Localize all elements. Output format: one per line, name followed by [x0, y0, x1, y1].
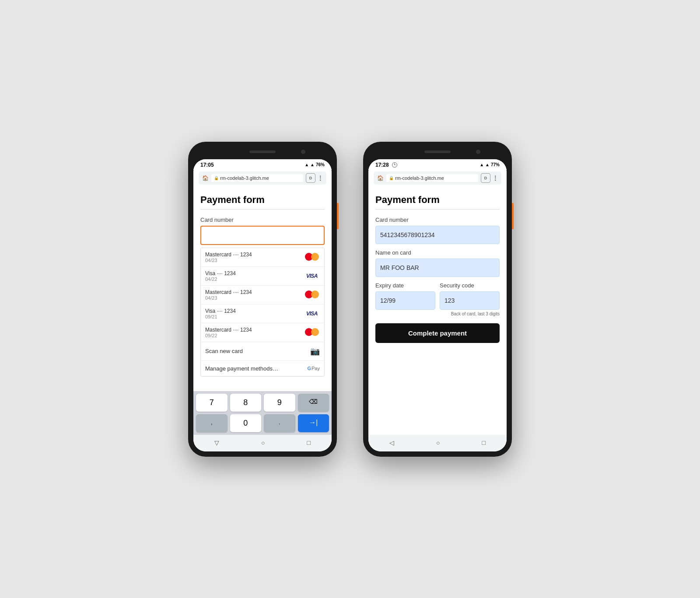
scan-new-card-row[interactable]: Scan new card 📷 — [201, 342, 324, 361]
key-0[interactable]: 0 — [230, 414, 262, 432]
card-expiry-2: 04/22 — [205, 276, 304, 282]
card-name-2: Visa ···· 1234 — [205, 270, 304, 276]
key-backspace[interactable]: ⌫ — [298, 394, 329, 412]
right-side-button — [512, 203, 514, 229]
card-name-3: Mastercard ···· 1234 — [205, 289, 304, 295]
visa-logo-2: VISA — [304, 309, 320, 318]
right-phone: 17:28 ▲ ▲ 77% 🏠 🔒 rm-codelab-3.glitch.me… — [363, 142, 512, 457]
right-more-menu-button[interactable]: ⋮ — [492, 175, 498, 182]
key-8[interactable]: 8 — [230, 394, 262, 412]
card-number-field[interactable]: 5412345678901234 — [375, 226, 500, 244]
card-expiry-4: 09/21 — [205, 314, 304, 319]
speaker — [249, 150, 276, 153]
right-status-icons: ▲ ▲ 77% — [480, 162, 500, 167]
scan-new-card-label: Scan new card — [205, 348, 310, 354]
card-number-label: Card number — [200, 217, 325, 223]
autocomplete-item-5[interactable]: Mastercard ···· 1234 09/22 — [201, 323, 324, 342]
key-9[interactable]: 9 — [264, 394, 295, 412]
manage-payment-row[interactable]: Manage payment methods… G Pay — [201, 361, 324, 376]
right-nav-back-button[interactable]: ◁ — [381, 438, 403, 447]
right-title-divider — [375, 209, 500, 210]
key-7[interactable]: 7 — [196, 394, 228, 412]
card-number-input[interactable] — [200, 226, 325, 245]
phone-top — [193, 147, 332, 159]
name-on-card-field[interactable]: MR FOO BAR — [375, 259, 500, 277]
side-button — [337, 203, 339, 229]
expiry-label: Expiry date — [375, 282, 435, 289]
right-url-bar[interactable]: 🔒 rm-codelab-3.glitch.me — [386, 174, 478, 182]
mastercard-logo-3 — [304, 328, 320, 337]
right-signal-icon: ▲ — [480, 162, 484, 167]
autocomplete-item-1[interactable]: Mastercard ···· 1234 04/23 — [201, 248, 324, 267]
signal-icon: ▲ — [304, 162, 309, 167]
key-comma[interactable]: , — [196, 414, 228, 432]
card-info-5: Mastercard ···· 1234 09/22 — [205, 327, 304, 338]
autocomplete-item-3[interactable]: Mastercard ···· 1234 04/23 — [201, 286, 324, 304]
camera — [301, 150, 305, 154]
url-bar[interactable]: 🔒 rm-codelab-3.glitch.me — [211, 174, 303, 182]
status-bar: 17:05 ▲ ▲ 76% — [193, 159, 332, 170]
expiry-security-row: Expiry date 12/99 Security code 123 — [375, 282, 500, 310]
security-column: Security code 123 — [440, 282, 500, 310]
navigation-bar: ▽ ○ □ — [193, 435, 332, 451]
autocomplete-dropdown: Mastercard ···· 1234 04/23 Visa ···· 123… — [200, 248, 325, 377]
card-expiry-5: 09/22 — [205, 333, 304, 338]
right-lock-icon: 🔒 — [389, 176, 394, 180]
card-info-1: Mastercard ···· 1234 04/23 — [205, 252, 304, 263]
autocomplete-item-2[interactable]: Visa ···· 1234 04/22 VISA — [201, 267, 324, 286]
home-icon[interactable]: 🏠 — [202, 175, 209, 181]
right-card-number-label: Card number — [375, 217, 500, 223]
expiry-value: 12/99 — [380, 297, 396, 304]
status-time: 17:05 — [200, 162, 214, 168]
right-battery-indicator: 77% — [491, 162, 500, 167]
right-nav-home-button[interactable]: ○ — [427, 438, 448, 447]
security-label: Security code — [440, 282, 500, 289]
complete-payment-button[interactable]: Complete payment — [375, 323, 500, 343]
nav-home-button[interactable]: ○ — [252, 438, 273, 447]
right-speaker — [424, 150, 451, 153]
right-browser-bar[interactable]: 🏠 🔒 rm-codelab-3.glitch.me D ⋮ — [374, 171, 501, 185]
url-text: rm-codelab-3.glitch.me — [220, 175, 269, 181]
keyboard-row-1: 7 8 9 ⌫ — [196, 394, 329, 412]
card-info-4: Visa ···· 1234 09/21 — [205, 308, 304, 319]
card-name-4: Visa ···· 1234 — [205, 308, 304, 314]
left-page-content: Payment form Card number Mastercard ····… — [193, 187, 332, 391]
manage-payment-label: Manage payment methods… — [205, 365, 307, 372]
page-title: Payment form — [200, 194, 325, 206]
right-status-time: 17:28 — [375, 162, 389, 168]
right-page-content: Payment form Card number 541234567890123… — [368, 187, 507, 435]
left-phone: 17:05 ▲ ▲ 76% 🏠 🔒 rm-codelab-3.glitch.me… — [188, 142, 337, 457]
tab-icon[interactable]: D — [306, 173, 315, 183]
mastercard-logo-2 — [304, 290, 320, 300]
autocomplete-item-4[interactable]: Visa ···· 1234 09/21 VISA — [201, 304, 324, 323]
right-url-text: rm-codelab-3.glitch.me — [395, 175, 444, 181]
wifi-icon: ▲ — [310, 162, 315, 167]
name-on-card-label: Name on card — [375, 249, 500, 256]
right-phone-screen: 17:28 ▲ ▲ 77% 🏠 🔒 rm-codelab-3.glitch.me… — [368, 159, 507, 451]
expiry-column: Expiry date 12/99 — [375, 282, 435, 310]
right-home-icon[interactable]: 🏠 — [377, 175, 384, 181]
numeric-keyboard: 7 8 9 ⌫ , 0 . →| — [193, 391, 332, 435]
more-menu-button[interactable]: ⋮ — [317, 175, 323, 182]
right-nav-recent-button[interactable]: □ — [473, 438, 494, 447]
visa-logo-1: VISA — [304, 271, 320, 281]
browser-area: 🏠 🔒 rm-codelab-3.glitch.me D ⋮ — [193, 170, 332, 187]
key-next[interactable]: →| — [298, 414, 329, 432]
status-icons: ▲ ▲ 76% — [304, 162, 325, 167]
key-period[interactable]: . — [264, 414, 295, 432]
card-name-5: Mastercard ···· 1234 — [205, 327, 304, 333]
google-pay-logo: G Pay — [307, 366, 320, 371]
card-info-2: Visa ···· 1234 04/22 — [205, 270, 304, 282]
nav-recent-button[interactable]: □ — [298, 438, 319, 447]
browser-bar[interactable]: 🏠 🔒 rm-codelab-3.glitch.me D ⋮ — [199, 171, 326, 185]
nav-back-button[interactable]: ▽ — [206, 438, 228, 447]
right-navigation-bar: ◁ ○ □ — [368, 435, 507, 451]
right-browser-actions: D ⋮ — [481, 173, 498, 183]
card-info-3: Mastercard ···· 1234 04/23 — [205, 289, 304, 301]
right-tab-icon[interactable]: D — [481, 173, 490, 183]
expiry-field[interactable]: 12/99 — [375, 291, 435, 310]
clock-icon — [392, 162, 397, 168]
security-code-field[interactable]: 123 — [440, 291, 500, 310]
card-expiry-3: 04/23 — [205, 295, 304, 301]
camera-icon: 📷 — [310, 346, 320, 356]
